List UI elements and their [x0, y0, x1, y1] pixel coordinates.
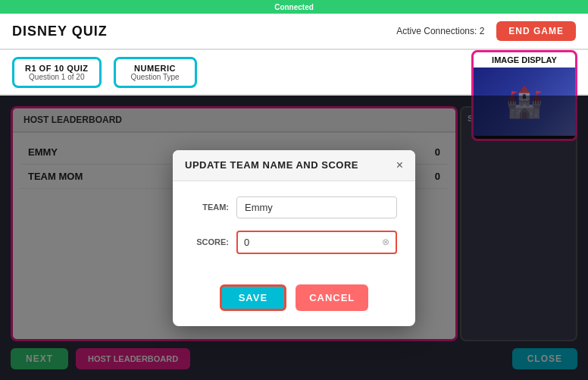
save-button[interactable]: SAVE	[220, 284, 286, 311]
update-team-modal: UPDATE TEAM NAME AND SCORE × TEAM: SCORE…	[173, 150, 415, 326]
status-text: Connected	[274, 3, 314, 11]
modal-footer: SAVE CANCEL	[173, 284, 415, 326]
score-input[interactable]	[244, 232, 382, 253]
modal-close-button[interactable]: ×	[396, 159, 403, 171]
image-display-title: IMAGE DISPLAY	[474, 52, 575, 68]
app-title: DISNEY QUIZ	[12, 24, 108, 39]
team-name-input[interactable]	[236, 196, 397, 218]
modal-overlay: UPDATE TEAM NAME AND SCORE × TEAM: SCORE…	[0, 96, 588, 380]
question-type-sub: Question Type	[127, 73, 184, 81]
question-type-card: NUMERIC Question Type	[114, 57, 197, 88]
score-clear-icon[interactable]: ⊗	[382, 237, 389, 247]
main-area: HOST LEADERBOARD EMMY 0 TEAM MOM 0 S RES…	[0, 96, 588, 380]
modal-title: UPDATE TEAM NAME AND SCORE	[185, 159, 358, 171]
question-type-title: NUMERIC	[127, 64, 184, 73]
cancel-button[interactable]: CANCEL	[296, 284, 368, 311]
active-connections: Active Connections: 2	[396, 26, 484, 36]
end-game-button[interactable]: END GAME	[496, 21, 576, 41]
status-bar: Connected	[0, 0, 588, 14]
team-label: TEAM:	[191, 203, 229, 212]
score-label: SCORE:	[191, 237, 229, 247]
score-input-wrapper: ⊗	[236, 231, 397, 254]
quiz-type-sub: Question 1 of 20	[25, 73, 89, 81]
score-row: SCORE: ⊗	[191, 231, 397, 254]
header-right: Active Connections: 2 END GAME	[396, 21, 576, 41]
modal-header: UPDATE TEAM NAME AND SCORE ×	[173, 150, 415, 181]
quiz-type-title: R1 OF 10 QUIZ	[25, 64, 89, 73]
modal-body: TEAM: SCORE: ⊗	[173, 181, 415, 284]
header: DISNEY QUIZ Active Connections: 2 END GA…	[0, 14, 588, 50]
team-name-row: TEAM:	[191, 196, 397, 218]
quiz-type-card: R1 OF 10 QUIZ Question 1 of 20	[12, 57, 102, 88]
